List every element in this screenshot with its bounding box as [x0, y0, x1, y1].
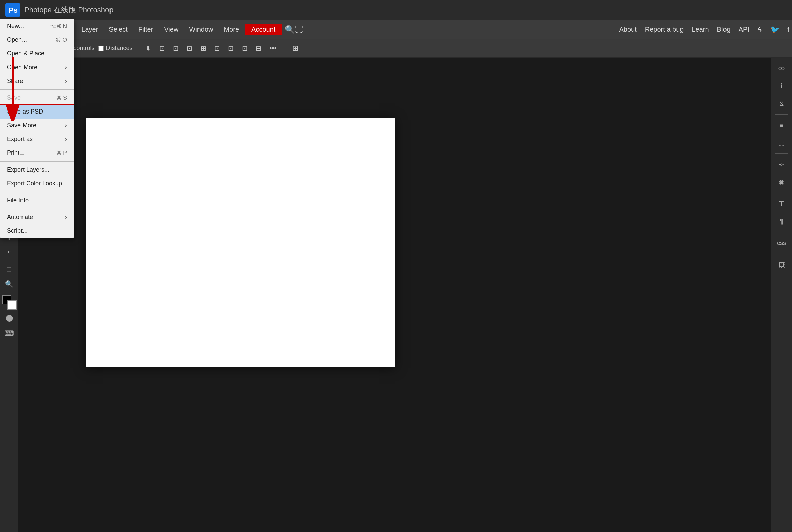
grid-icon[interactable]: ⊞ [289, 43, 301, 54]
menu-export-as[interactable]: Export as › [0, 132, 74, 146]
distances-label: Distances [106, 45, 132, 52]
effects-icon-right[interactable]: ◉ [774, 174, 790, 190]
menu-save-as-psd[interactable]: Save as PSD [0, 105, 74, 118]
toolbar: Layer ▾ Transform controls Distances ⬇ ⊡… [0, 39, 792, 58]
background-color[interactable] [7, 300, 17, 310]
align-center-icon[interactable]: ⊡ [171, 43, 181, 54]
layers-icon-right[interactable]: ⬚ [774, 135, 790, 151]
align-distribute-icon[interactable]: ⊞ [199, 43, 208, 54]
history-icon-right[interactable]: ⧖ [774, 95, 790, 112]
align-bottom-icon[interactable]: ⊡ [240, 43, 249, 54]
account-button[interactable]: Account [245, 23, 282, 35]
menu-export-color-lookup[interactable]: Export Color Lookup... [0, 177, 74, 190]
app-title: Photope 在线版 Photoshop [24, 5, 113, 15]
api-link[interactable]: API [739, 25, 749, 33]
menu-new[interactable]: New... ⌥⌘ N [0, 19, 74, 33]
toolbar-separator-2 [284, 43, 284, 53]
facebook-icon[interactable]: f [787, 25, 789, 34]
app-logo: Ps [5, 3, 20, 17]
right-sep-5 [775, 254, 788, 254]
twitter-icon[interactable]: 🐦 [770, 25, 779, 34]
info-icon-right[interactable]: ℹ [774, 78, 790, 94]
text-icon-right[interactable]: T [774, 196, 790, 212]
title-bar: Ps Photope 在线版 Photoshop [0, 0, 792, 20]
zoom-tool[interactable]: 🔍 [2, 277, 17, 291]
menu-export-layers[interactable]: Export Layers... [0, 163, 74, 177]
align-right-icon[interactable]: ⊡ [185, 43, 194, 54]
menu-bar: File Edit Image Layer Select Filter View… [0, 20, 792, 39]
image-icon-right[interactable]: 🖼 [774, 257, 790, 273]
menu-save-more[interactable]: Save More › [0, 118, 74, 132]
right-sep-4 [775, 232, 788, 232]
fullscreen-icon[interactable]: ⛶ [295, 25, 303, 34]
search-icon[interactable]: 🔍 [285, 25, 295, 34]
camera-tool[interactable]: ⬤ [2, 310, 17, 325]
download-icon[interactable]: ⬇ [144, 43, 153, 54]
toolbar-separator-1 [138, 43, 138, 53]
menu-view[interactable]: View [158, 23, 184, 35]
canvas [86, 118, 395, 367]
paragraph-icon-right[interactable]: ¶ [774, 213, 790, 229]
align-top-icon[interactable]: ⊡ [212, 43, 222, 54]
dd-sep-1 [0, 89, 74, 90]
menu-filter[interactable]: Filter [133, 23, 158, 35]
dd-sep-3 [0, 192, 74, 192]
file-dropdown: New... ⌥⌘ N Open... ⌘ O Open & Place... … [0, 19, 74, 238]
paragraph-tool[interactable]: ¶ [2, 246, 17, 261]
right-sep-3 [775, 193, 788, 193]
distribute-icon[interactable]: ⊟ [253, 43, 263, 54]
more-options-icon[interactable]: ••• [267, 43, 279, 53]
right-sep-1 [775, 114, 788, 115]
menu-right: About Report a bug Learn Blog API ᖧ 🐦 f [619, 25, 789, 34]
dd-sep-4 [0, 209, 74, 209]
align-left-icon[interactable]: ⊡ [157, 43, 167, 54]
dd-sep-2 [0, 161, 74, 162]
menu-window[interactable]: Window [184, 23, 218, 35]
menu-file-info[interactable]: File Info... [0, 193, 74, 207]
menu-more[interactable]: More [219, 23, 245, 35]
menu-open[interactable]: Open... ⌘ O [0, 33, 74, 47]
keyboard-tool[interactable]: ⌨ [2, 326, 17, 341]
svg-text:Ps: Ps [9, 6, 18, 15]
menu-open-more[interactable]: Open More › [0, 60, 74, 74]
menu-script[interactable]: Script... [0, 224, 74, 238]
menu-open-place[interactable]: Open & Place... [0, 47, 74, 60]
menu-share[interactable]: Share › [0, 74, 74, 88]
distances-group: Distances [98, 45, 132, 52]
about-link[interactable]: About [619, 25, 637, 33]
menu-print[interactable]: Print... ⌘ P [0, 146, 74, 160]
shape-tool[interactable]: ◻ [2, 261, 17, 276]
right-sidebar: </> ℹ ⧖ ≡ ⬚ ✒ ◉ T ¶ css 🖼 [771, 58, 792, 532]
right-sep-2 [775, 153, 788, 154]
menu-layer[interactable]: Layer [76, 23, 103, 35]
css-label-right[interactable]: css [774, 235, 790, 251]
learn-link[interactable]: Learn [692, 25, 709, 33]
canvas-area [19, 58, 771, 532]
menu-save[interactable]: Save ⌘ S [0, 91, 74, 105]
color-swatches [2, 295, 17, 310]
blog-link[interactable]: Blog [717, 25, 731, 33]
adjust-icon-right[interactable]: ≡ [774, 117, 790, 133]
menu-select[interactable]: Select [103, 23, 133, 35]
code-icon-right[interactable]: </> [774, 60, 790, 77]
brush-icon-right[interactable]: ✒ [774, 156, 790, 173]
report-bug-link[interactable]: Report a bug [645, 25, 684, 33]
align-middle-icon[interactable]: ⊡ [226, 43, 236, 54]
menu-automate[interactable]: Automate › [0, 210, 74, 224]
distances-checkbox[interactable] [98, 46, 104, 51]
reddit-icon[interactable]: ᖧ [757, 25, 762, 34]
